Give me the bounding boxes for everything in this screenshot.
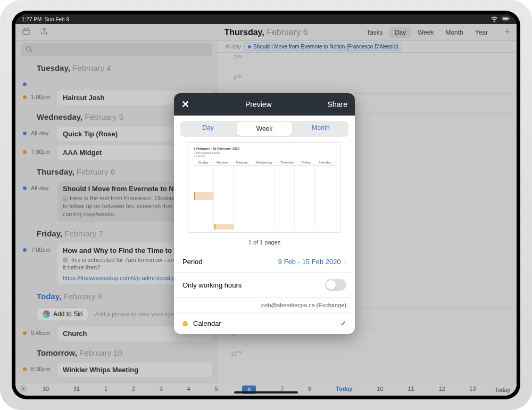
preview-modal: ✕ Preview Share DayWeekMonth 9 February … [174,93,355,334]
page-indicator: 1 of 1 pages [174,236,355,251]
check-icon: ✓ [340,319,346,327]
range-segmented[interactable]: DayWeekMonth [180,121,348,137]
account-label: josh@sbeattiecpa.ca (Exchange) [174,297,355,313]
share-button[interactable]: Share [328,100,347,109]
calendar-row[interactable]: Calendar ✓ [174,313,355,334]
mseg-day[interactable]: Day [180,121,236,137]
period-row[interactable]: Period 9 Feb - 15 Feb 2020› [174,251,355,272]
working-hours-toggle[interactable] [325,279,346,291]
close-icon[interactable]: ✕ [181,99,189,110]
mseg-week[interactable]: Week [237,122,292,136]
home-indicator [234,391,298,393]
print-preview: 9 February - 15 February, 2020 • The Swe… [188,142,341,233]
working-hours-row[interactable]: Only working hours [174,272,355,297]
calendar-color-dot [182,321,188,326]
mseg-month[interactable]: Month [293,121,348,137]
modal-title: Preview [245,100,272,109]
chevron-right-icon: › [344,258,346,266]
